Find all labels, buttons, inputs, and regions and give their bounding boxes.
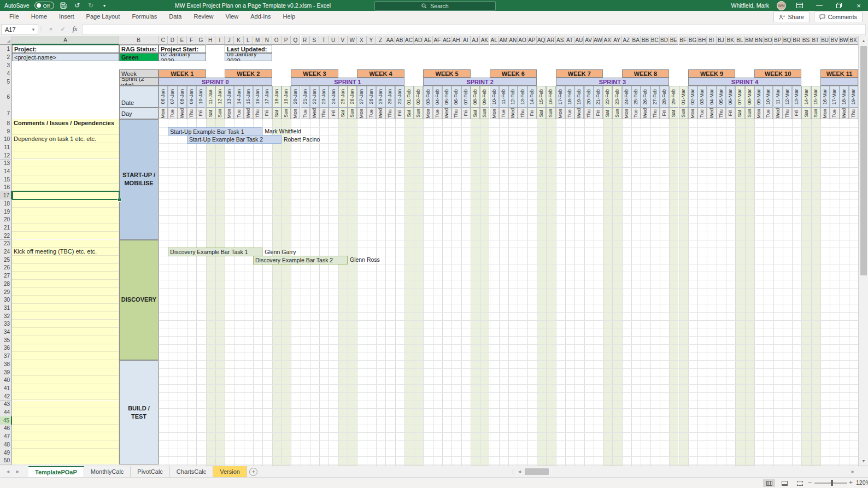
date-cell[interactable]: 11-Jan (206, 86, 215, 108)
ribbon-tab-file[interactable]: File (3, 11, 25, 22)
date-cell[interactable]: 06-Jan (159, 86, 168, 108)
row-header-20[interactable]: 20 (0, 215, 12, 224)
day-cell[interactable]: Tue (433, 108, 442, 119)
date-cell[interactable]: 13-Feb (518, 86, 527, 108)
day-cell[interactable]: Sun (281, 108, 291, 119)
day-cell[interactable]: Sun (546, 108, 555, 119)
insert-function-icon[interactable]: fx (70, 24, 80, 34)
comment-cell[interactable] (12, 215, 119, 224)
day-cell[interactable]: Mon (688, 108, 697, 119)
comment-cell[interactable] (12, 449, 119, 457)
column-header[interactable]: AR (546, 36, 555, 45)
column-header[interactable]: Q (291, 36, 300, 45)
column-header[interactable]: S (310, 36, 319, 45)
week-row-label-cell[interactable]: Week (119, 69, 159, 78)
day-cell[interactable]: Tue (830, 108, 839, 119)
column-header[interactable]: M (253, 36, 262, 45)
row-header-1[interactable]: 1 (0, 45, 12, 54)
date-cell[interactable]: 31-Jan (395, 86, 404, 108)
row-header-35[interactable]: 35 (0, 336, 12, 345)
sheet-nav-right-icon[interactable]: ► (15, 466, 20, 477)
date-cell[interactable]: 06-Mar (726, 86, 735, 108)
day-cell[interactable]: Thu (253, 108, 262, 119)
column-header[interactable]: BS (801, 36, 811, 45)
row-header-47[interactable]: 47 (0, 432, 12, 441)
row-header-14[interactable]: 14 (0, 167, 12, 176)
row-header-31[interactable]: 31 (0, 304, 12, 313)
row-header-49[interactable]: 49 (0, 449, 12, 457)
project-start-label-cell[interactable]: Project Start: (159, 45, 206, 53)
date-cell[interactable]: 07-Feb (461, 86, 471, 108)
week-band[interactable]: WEEK 8 (622, 69, 670, 78)
hscroll-left-icon[interactable]: ◄ (517, 466, 522, 477)
day-cell[interactable]: Sat (669, 108, 678, 119)
date-cell[interactable]: 12-Feb (508, 86, 518, 108)
date-cell[interactable]: 23-Feb (612, 86, 621, 108)
comment-cell[interactable] (12, 344, 119, 352)
date-cell[interactable]: 19-Jan (281, 86, 291, 108)
row-header-34[interactable]: 34 (0, 328, 12, 337)
day-cell[interactable]: Fri (395, 108, 404, 119)
column-header[interactable]: BE (669, 36, 678, 45)
day-cell[interactable]: Tue (234, 108, 243, 119)
day-cell[interactable]: Tue (168, 108, 177, 119)
date-cell[interactable]: 08-Jan (178, 86, 187, 108)
column-header-B[interactable]: B (119, 36, 159, 45)
day-cell[interactable]: Tue (565, 108, 574, 119)
column-header[interactable]: BW (840, 36, 849, 45)
column-header[interactable]: Z (376, 36, 385, 45)
day-cell[interactable]: Fri (792, 108, 801, 119)
row-header-26[interactable]: 26 (0, 264, 12, 273)
date-cell[interactable]: 07-Mar (735, 86, 744, 108)
row-header-43[interactable]: 43 (0, 401, 12, 409)
column-header[interactable]: C (159, 36, 168, 45)
row-header-9[interactable]: 9 (0, 127, 12, 136)
date-cell[interactable]: 23-Jan (319, 86, 329, 108)
column-header[interactable]: BX (849, 36, 858, 45)
row-header-39[interactable]: 39 (0, 368, 12, 377)
day-cell[interactable]: Wed (442, 108, 451, 119)
date-cell[interactable]: 04-Mar (707, 86, 716, 108)
section-label-startup[interactable]: START-UP /MOBILISE (119, 119, 159, 240)
comment-cell[interactable] (12, 352, 119, 360)
day-cell[interactable]: Mon (490, 108, 499, 119)
row-header-24[interactable]: 24 (0, 248, 12, 256)
comment-cell[interactable] (12, 175, 119, 184)
column-header[interactable]: F (187, 36, 196, 45)
maximize-button[interactable] (833, 0, 845, 11)
week-band[interactable]: WEEK 2 (225, 69, 272, 78)
sprint-band[interactable]: SPRINT 3 (556, 78, 670, 86)
row-header-2[interactable]: 2 (0, 53, 12, 62)
rag-value-cell[interactable]: Green (119, 53, 159, 61)
date-cell[interactable]: 29-Jan (376, 86, 385, 108)
day-cell[interactable]: Wed (310, 108, 319, 119)
name-box[interactable]: A17 ▼ (1, 24, 38, 35)
day-cell[interactable]: Thu (650, 108, 660, 119)
week-band[interactable]: WEEK 9 (688, 69, 736, 78)
tab-split-handle[interactable]: ⋮ (511, 466, 515, 477)
column-header[interactable]: BT (811, 36, 820, 45)
zoom-slider-thumb[interactable] (831, 480, 833, 486)
column-header-A[interactable]: A (12, 36, 119, 45)
date-cell[interactable]: 14-Feb (527, 86, 537, 108)
week-band[interactable]: WEEK 4 (357, 69, 404, 78)
comment-cell[interactable] (12, 320, 119, 328)
day-cell[interactable]: Fri (594, 108, 603, 119)
enter-icon[interactable]: ✓ (58, 24, 68, 34)
column-header[interactable]: BM (745, 36, 754, 45)
sprint-band[interactable]: SPRINT 4 (688, 78, 802, 86)
comment-cell[interactable] (12, 328, 119, 336)
column-header[interactable]: BJ (717, 36, 726, 45)
date-cell[interactable]: 01-Mar (679, 86, 688, 108)
day-cell[interactable]: Wed (840, 108, 849, 119)
close-button[interactable]: × (853, 0, 865, 11)
week-band[interactable]: WEEK 1 (159, 69, 206, 78)
day-cell[interactable]: Thu (849, 108, 858, 119)
sheet-tab-chartscalc[interactable]: ChartsCalc (170, 466, 213, 477)
sprint-band[interactable]: SPRINT 1 (291, 78, 404, 86)
column-header[interactable]: AW (594, 36, 603, 45)
comment-cell[interactable] (12, 296, 119, 304)
row-header-11[interactable]: 11 (0, 143, 12, 152)
selection-fill-handle[interactable] (118, 198, 121, 202)
day-cell[interactable]: Fri (262, 108, 272, 119)
